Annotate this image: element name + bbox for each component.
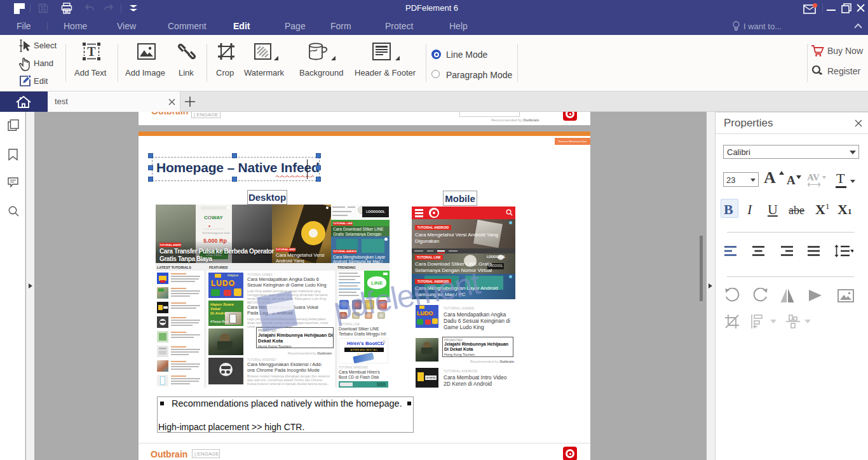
svg-text:T: T	[87, 44, 96, 58]
